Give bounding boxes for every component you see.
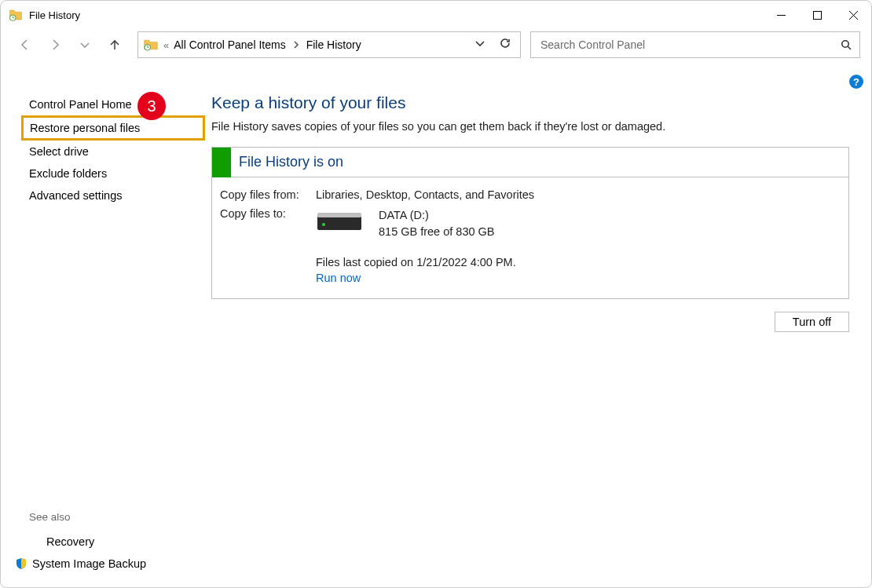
see-also-block: See also Recovery System Image Backup — [15, 511, 146, 575]
search-icon — [841, 39, 852, 50]
svg-rect-5 — [317, 213, 361, 217]
titlebar: File History — [1, 1, 871, 29]
svg-point-6 — [322, 223, 325, 226]
action-row: Turn off — [211, 312, 849, 332]
sidebar: Control Panel Home 3 Restore personal fi… — [1, 71, 205, 587]
see-also-header: See also — [29, 511, 146, 523]
sidebar-link-advanced[interactable]: Advanced settings — [29, 184, 205, 206]
body: Control Panel Home 3 Restore personal fi… — [1, 71, 871, 587]
drive-block: DATA (D:) 815 GB free of 830 GB — [316, 207, 841, 240]
folder-icon — [143, 37, 159, 53]
file-history-app-icon — [9, 8, 23, 22]
sidebar-link-home[interactable]: Control Panel Home — [29, 93, 205, 115]
status-panel-header: File History is on — [212, 148, 848, 177]
up-button[interactable] — [101, 31, 128, 58]
svg-rect-4 — [317, 216, 361, 230]
navigation-row: « All Control Panel Items File History — [1, 29, 871, 60]
back-button[interactable] — [12, 31, 38, 58]
copy-to-label: Copy files to: — [220, 207, 316, 220]
status-panel: File History is on Copy files from: Libr… — [211, 147, 849, 299]
minimize-button[interactable] — [763, 1, 799, 29]
chevron-right-icon — [292, 41, 300, 49]
status-panel-body: Copy files from: Libraries, Desktop, Con… — [212, 177, 848, 298]
sidebar-link-select-drive[interactable]: Select drive — [29, 141, 205, 163]
sidebar-link-restore[interactable]: Restore personal files — [21, 115, 205, 141]
drive-space: 815 GB free of 830 GB — [379, 224, 495, 240]
forward-button[interactable] — [42, 31, 68, 58]
see-also-recovery[interactable]: Recovery — [15, 531, 146, 553]
main-content: ? Keep a history of your files File Hist… — [205, 71, 871, 587]
svg-rect-1 — [813, 11, 821, 19]
page-subtitle: File History saves copies of your files … — [211, 120, 849, 133]
copy-from-label: Copy files from: — [220, 188, 316, 201]
svg-point-3 — [842, 41, 848, 47]
see-also-system-image[interactable]: System Image Backup — [15, 553, 146, 575]
page-title: Keep a history of your files — [211, 93, 849, 112]
sidebar-link-exclude[interactable]: Exclude folders — [29, 163, 205, 184]
breadcrumb-overflow[interactable]: « — [163, 39, 169, 51]
maximize-button[interactable] — [799, 1, 835, 29]
help-button[interactable]: ? — [849, 75, 863, 89]
address-bar[interactable]: « All Control Panel Items File History — [137, 31, 521, 58]
search-input[interactable] — [539, 38, 841, 52]
search-box[interactable] — [530, 31, 860, 58]
drive-name: DATA (D:) — [379, 207, 495, 224]
drive-icon — [316, 211, 363, 236]
instruction-callout-badge: 3 — [137, 92, 166, 120]
shield-icon — [15, 557, 27, 570]
run-now-link[interactable]: Run now — [316, 272, 841, 284]
window-title: File History — [29, 9, 80, 21]
address-dropdown-button[interactable] — [474, 38, 485, 52]
last-copy-text: Files last copied on 1/21/2022 4:00 PM. — [316, 256, 841, 268]
close-button[interactable] — [835, 1, 871, 29]
refresh-button[interactable] — [500, 38, 511, 52]
turn-off-button[interactable]: Turn off — [775, 312, 849, 332]
status-indicator-on — [212, 148, 231, 177]
status-text: File History is on — [239, 154, 343, 170]
breadcrumb-current[interactable]: File History — [306, 38, 361, 51]
recent-locations-button[interactable] — [71, 31, 98, 58]
copy-from-value: Libraries, Desktop, Contacts, and Favori… — [316, 188, 841, 201]
breadcrumb-parent[interactable]: All Control Panel Items — [174, 38, 285, 51]
